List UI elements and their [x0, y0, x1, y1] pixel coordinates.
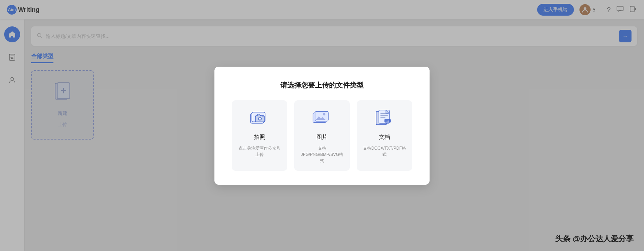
- modal-options: 拍照 点击关注爱写作公众号上传 图片 支持JPG/PNG/BMP/SVG: [232, 100, 412, 171]
- option-image-desc: 支持JPG/PNG/BMP/SVG格式: [300, 145, 344, 164]
- option-camera-name: 拍照: [254, 134, 265, 141]
- document-icon: -4: [375, 109, 394, 129]
- svg-point-15: [263, 116, 264, 117]
- svg-point-18: [323, 113, 325, 115]
- option-document[interactable]: -4 文档 支持DOCX/TXT/PDF格式: [357, 100, 412, 171]
- modal-overlay[interactable]: 请选择您要上传的文件类型: [0, 0, 644, 251]
- camera-icon: [250, 109, 269, 129]
- svg-text:-4: -4: [387, 120, 389, 122]
- option-document-desc: 支持DOCX/TXT/PDF格式: [362, 145, 407, 158]
- image-icon: [312, 109, 332, 129]
- option-camera-desc: 点击关注爱写作公众号上传: [237, 145, 282, 158]
- option-image[interactable]: 图片 支持JPG/PNG/BMP/SVG格式: [294, 100, 350, 171]
- upload-modal: 请选择您要上传的文件类型: [214, 67, 430, 185]
- option-camera[interactable]: 拍照 点击关注爱写作公众号上传: [232, 100, 287, 171]
- svg-point-14: [259, 118, 261, 119]
- modal-title: 请选择您要上传的文件类型: [232, 81, 412, 90]
- option-document-name: 文档: [379, 134, 390, 141]
- option-image-name: 图片: [316, 134, 328, 141]
